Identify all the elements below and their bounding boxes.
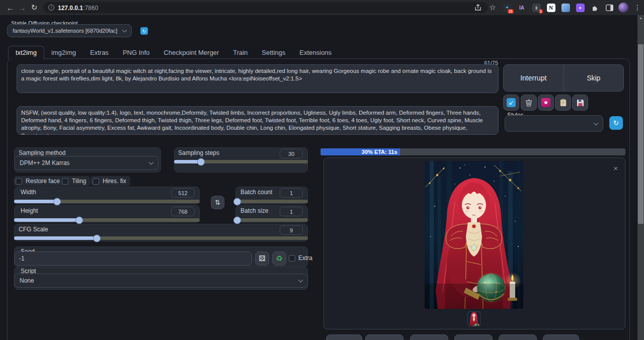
extensions-puzzle-icon[interactable]	[589, 2, 600, 13]
checkbox-icon	[93, 178, 99, 185]
gallery-action-button[interactable]	[365, 334, 404, 340]
slider-handle[interactable]	[197, 158, 205, 165]
cfg-scale-input[interactable]	[280, 225, 303, 235]
gallery-action-button[interactable]	[326, 334, 362, 340]
restore-faces-checkbox[interactable]: Restore faces	[14, 176, 67, 186]
extension-badge: 21	[508, 9, 514, 14]
checkbox-icon	[16, 178, 22, 185]
share-icon[interactable]	[472, 2, 484, 13]
tiling-checkbox[interactable]: Tiling	[60, 176, 90, 186]
extension-icon-ia[interactable]: IA	[516, 2, 527, 13]
clear-prompt-button[interactable]	[521, 95, 537, 111]
output-gallery: ×	[324, 157, 625, 329]
styles-dropdown[interactable]	[505, 115, 603, 132]
height-slider[interactable]	[14, 218, 200, 222]
slider-handle[interactable]	[75, 216, 83, 224]
arrow-down-left-icon: ↙	[507, 98, 516, 107]
browser-back-button[interactable]: ←	[4, 2, 16, 14]
extension-icon-notion[interactable]: N	[545, 2, 556, 13]
scrollbar-up-arrow-icon[interactable]: ▲	[637, 16, 644, 20]
height-input[interactable]	[171, 207, 195, 216]
sampling-steps-label: Sampling steps	[178, 149, 219, 156]
progress-text: 30% ETA: 11s	[362, 149, 400, 155]
browser-forward-button[interactable]: →	[16, 2, 28, 14]
styles-refresh-button[interactable]: ↻	[609, 116, 623, 130]
skip-button[interactable]: Skip	[564, 65, 624, 91]
gallery-action-button[interactable]	[454, 334, 493, 340]
slider-handle[interactable]	[53, 198, 61, 205]
save-style-button[interactable]	[572, 95, 588, 111]
slider-handle[interactable]	[233, 216, 241, 224]
gallery-action-button[interactable]	[499, 334, 537, 340]
extension-icon-diamond[interactable]: ✦ 21	[502, 2, 513, 13]
cfg-scale-slider[interactable]	[14, 236, 308, 240]
browser-profile-avatar[interactable]	[618, 3, 628, 13]
scrollbar-thumb[interactable]	[638, 44, 643, 224]
batch-count-slider[interactable]	[235, 200, 308, 203]
extension-icon-blue[interactable]	[560, 2, 571, 13]
cfg-scale-label: CFG Scale	[19, 226, 48, 233]
site-info-icon[interactable]: i	[48, 5, 54, 11]
interrupt-button[interactable]: Interrupt	[504, 65, 564, 91]
sampling-steps-slider[interactable]	[174, 160, 308, 163]
side-panel-icon[interactable]	[604, 2, 615, 13]
tiling-label: Tiling	[72, 178, 86, 185]
extension-icon-dark[interactable]: ▮ 1	[531, 2, 542, 13]
generation-actions: Interrupt Skip	[503, 64, 624, 92]
tab-train[interactable]: Train	[226, 46, 255, 59]
tab-extensions[interactable]: Extensions	[292, 46, 339, 59]
seed-input[interactable]	[14, 251, 252, 266]
chevron-down-icon	[594, 120, 599, 125]
browser-reload-button[interactable]: ↻	[28, 2, 40, 14]
close-icon[interactable]: ×	[613, 164, 618, 173]
bookmark-star-icon[interactable]: ☆	[487, 2, 498, 13]
gallery-thumbnail[interactable]	[468, 312, 480, 326]
clipboard-icon	[560, 99, 567, 107]
reuse-seed-button[interactable]: ♻	[272, 251, 286, 266]
sampling-method-label: Sampling method	[19, 149, 65, 156]
address-bar[interactable]: i 127.0.0.1:7860	[43, 2, 488, 13]
tab-extras[interactable]: Extras	[83, 46, 116, 59]
checkpoint-value: fantasyWorld_v1.safetensors [6870d20fac]	[13, 28, 117, 34]
prompt-input[interactable]: close up angle, portrait of a beautiful …	[17, 64, 499, 93]
width-input[interactable]	[171, 188, 195, 198]
extension-icon-purple[interactable]: ●	[575, 2, 586, 13]
random-seed-button[interactable]: ⚄	[255, 251, 269, 266]
progress-fill: 30% ETA: 11s	[320, 148, 400, 155]
hires-fix-checkbox[interactable]: Hires. fix	[91, 176, 130, 186]
tab-txt2img[interactable]: txt2img	[8, 46, 44, 59]
sampling-method-dropdown[interactable]: DPM++ 2M Karras	[14, 156, 158, 170]
checkpoint-dropdown[interactable]: fantasyWorld_v1.safetensors [6870d20fac]	[7, 24, 132, 37]
batch-count-input[interactable]	[280, 188, 303, 198]
browser-toolbar: ← → ↻ i 127.0.0.1:7860 ☆ ✦ 21 IA ▮ 1 N ●	[0, 0, 644, 15]
batch-size-label: Batch size	[240, 207, 268, 214]
sampling-method-value: DPM++ 2M Karras	[20, 159, 69, 166]
paste-generation-params-button[interactable]: ↙	[503, 95, 519, 111]
slider-handle[interactable]	[93, 234, 101, 242]
swap-width-height-button[interactable]: ⇅	[211, 196, 224, 209]
batch-size-slider[interactable]	[235, 218, 308, 222]
gallery-action-button[interactable]	[410, 334, 448, 340]
tab-checkpoint-merger[interactable]: Checkpoint Merger	[156, 46, 226, 59]
apply-styles-button[interactable]	[555, 95, 571, 111]
restore-faces-label: Restore faces	[26, 178, 63, 185]
width-label: Width	[21, 189, 36, 196]
page-scrollbar[interactable]: ▲	[637, 15, 644, 340]
tab-settings[interactable]: Settings	[255, 46, 292, 59]
browser-menu-icon[interactable]: ⋮	[632, 2, 643, 13]
script-dropdown[interactable]: None	[14, 274, 308, 288]
sampling-steps-input[interactable]	[280, 149, 303, 158]
hires-fix-label: Hires. fix	[103, 178, 126, 185]
slider-handle[interactable]	[233, 198, 241, 205]
negative-prompt-input[interactable]: NSFW, (worst quality, low quality:1.4), …	[17, 106, 499, 135]
tab-img2img[interactable]: img2img	[44, 46, 83, 59]
chevron-down-icon	[149, 160, 154, 165]
extra-networks-button[interactable]	[538, 95, 554, 111]
tab-png-info[interactable]: PNG Info	[116, 46, 156, 59]
width-slider[interactable]	[14, 200, 200, 203]
gallery-action-button[interactable]	[543, 334, 579, 340]
generated-image[interactable]	[425, 161, 523, 309]
checkpoint-refresh-button[interactable]: ↻	[140, 27, 148, 35]
extra-seed-checkbox[interactable]: Extra	[289, 254, 312, 262]
batch-size-input[interactable]	[280, 207, 303, 216]
